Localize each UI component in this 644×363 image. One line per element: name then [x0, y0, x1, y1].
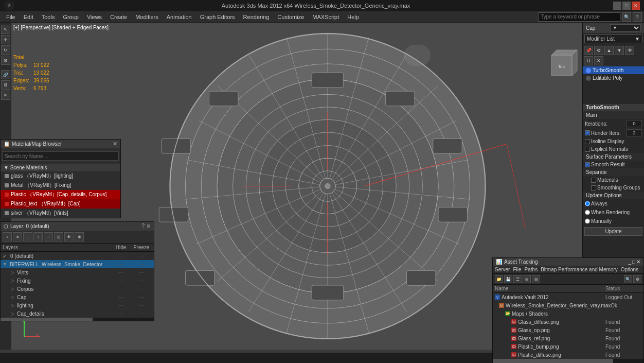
asset-maximize-btn[interactable]: □ [632, 259, 635, 265]
iterations-input[interactable] [627, 120, 642, 127]
asset-tool-2[interactable]: 💾 [504, 275, 512, 283]
select-tool[interactable]: ↖ [1, 25, 10, 34]
scene-materials-header[interactable]: ▼ Scene Materials [1, 164, 120, 171]
mod-remove-icon[interactable]: ✕ [594, 56, 603, 65]
mod-pin-icon[interactable]: 📌 [584, 46, 593, 55]
layer-select-btn[interactable]: ↑ [33, 232, 43, 241]
update-button[interactable]: Update [584, 227, 642, 236]
modifier-editable-poly[interactable]: Editable Poly [583, 74, 644, 82]
link-tool[interactable]: 🔗 [1, 70, 10, 79]
explicit-normals-checkbox[interactable] [585, 147, 590, 152]
when-rendering-radio[interactable] [585, 209, 590, 216]
asset-max-file[interactable]: M Wireless_Smoke_Detector_Generic_vray.m… [493, 301, 643, 309]
asset-tool-7[interactable]: ⚙ [633, 275, 641, 283]
asset-glass-ref[interactable]: 🖼 Glass_ref.png Found [493, 334, 643, 342]
asset-menu-bitmap[interactable]: Bitmap Performance and Memory [541, 266, 618, 273]
menu-rendering[interactable]: Rendering [239, 11, 274, 23]
asset-menu-paths[interactable]: Paths [525, 266, 538, 273]
menu-maxscript[interactable]: MAXScript [308, 11, 343, 23]
menu-animation[interactable]: Animation [163, 11, 196, 23]
menu-graph-editors[interactable]: Graph Editors [196, 11, 239, 23]
asset-menu-server[interactable]: Server [495, 266, 510, 273]
asset-menu-file[interactable]: File [513, 266, 521, 273]
always-radio[interactable] [585, 200, 590, 207]
layer-cap[interactable]: ▷ Cap --- --- [1, 293, 154, 301]
layer-show-all-btn[interactable]: 👁 [64, 232, 74, 241]
asset-menu-options[interactable]: Options [621, 266, 638, 273]
layer-fixing[interactable]: ▷ Fixing --- --- [1, 276, 154, 285]
materials-checkbox[interactable] [591, 178, 596, 183]
mod-show-icon[interactable]: 👁 [625, 46, 634, 55]
asset-maps[interactable]: 📂 Maps / Shaders [493, 309, 643, 318]
help-icon[interactable]: ? [633, 12, 642, 22]
menu-create[interactable]: Create [106, 11, 131, 23]
layer-corpus[interactable]: ▷ Corpus --- --- [1, 285, 154, 293]
mod-down-icon[interactable]: ▼ [615, 46, 624, 55]
asset-close-btn[interactable]: ✕ [636, 259, 640, 265]
asset-glass-op[interactable]: 🖼 Glass_op.png Found [493, 326, 643, 334]
manually-radio[interactable] [585, 218, 590, 224]
search-input[interactable] [538, 12, 620, 22]
layer-help-btn[interactable]: ? [141, 223, 145, 230]
menu-help[interactable]: Help [343, 11, 363, 23]
menu-group[interactable]: Group [59, 11, 83, 23]
menu-views[interactable]: Views [83, 11, 106, 23]
material-metal[interactable]: Metal （VRayMtl）[Fixing] [1, 181, 120, 190]
material-plastic-text[interactable]: Plastic_text （VRayMtl）[Cap] [1, 199, 120, 209]
modifier-dropdown[interactable]: ▼ [610, 24, 641, 31]
asset-tool-1[interactable]: 📁 [495, 275, 503, 283]
minimize-button[interactable]: _ [613, 2, 621, 10]
layer-add-sel-btn[interactable]: ↓ [23, 232, 32, 241]
layer-merge-btn[interactable]: ⊞ [54, 232, 63, 241]
menu-edit[interactable]: Edit [20, 11, 38, 23]
material-plastic[interactable]: Plastic （VRayMtl）[Cap_details, Corpus] [1, 190, 120, 199]
close-button[interactable]: ✕ [632, 2, 640, 10]
mod-config-icon[interactable]: ⚙ [594, 46, 603, 55]
isoline-checkbox[interactable] [585, 139, 590, 144]
asset-glass-diffuse[interactable]: 🖼 Glass_diffuse.png Found [493, 318, 643, 326]
asset-tool-5[interactable]: ⊟ [532, 275, 540, 283]
render-iters-input[interactable] [627, 129, 642, 136]
asset-vault[interactable]: V Autodesk Vault 2012 Logged Out [493, 293, 643, 301]
material-search-input[interactable] [2, 151, 119, 161]
layer-lighting[interactable]: ▷ lighting --- --- [1, 301, 154, 309]
layer-scrollbar-thumb[interactable] [1, 318, 93, 321]
asset-plastic-diffuse[interactable]: 🖼 Plastic_diffuse.png Found [493, 351, 643, 359]
smoothing-groups-checkbox[interactable] [591, 185, 596, 191]
search-button[interactable]: 🔍 [622, 12, 631, 22]
asset-tool-3[interactable]: ☰ [513, 275, 522, 283]
mod-unique-icon[interactable]: U [584, 56, 593, 65]
unlink-tool[interactable]: ⛓ [1, 80, 10, 90]
asset-tool-4[interactable]: ⊞ [523, 275, 531, 283]
menu-tools[interactable]: Tools [38, 11, 59, 23]
asset-scrollbar[interactable] [493, 359, 643, 363]
material-silver[interactable]: silver （VRayMtl）[Vints] [1, 209, 120, 218]
modifier-turbosmooth[interactable]: TurboSmooth [583, 66, 644, 74]
cube-navigator[interactable]: Top [544, 47, 580, 83]
material-glass[interactable]: glass （VRayMtl）[lighting] [1, 171, 120, 181]
layer-scrollbar[interactable] [1, 318, 154, 321]
smooth-result-checkbox[interactable]: ✓ [585, 162, 590, 167]
rotate-tool[interactable]: ↻ [1, 45, 10, 55]
layer-delete-btn[interactable]: ✕ [13, 232, 22, 241]
layer-default[interactable]: ✓ 0 (default) --- --- [1, 252, 154, 260]
asset-scrollbar-thumb[interactable] [493, 359, 613, 363]
asset-tool-6[interactable]: 🔍 [624, 275, 632, 283]
layer-close-btn[interactable]: ✕ [146, 223, 151, 230]
layer-freeze-all-btn[interactable]: ❄ [75, 232, 84, 241]
menu-file[interactable]: File [2, 11, 20, 23]
move-tool[interactable]: ✛ [1, 35, 10, 44]
layer-new-btn[interactable]: + [3, 232, 12, 241]
layer-vints[interactable]: ▷ Vints --- --- [1, 268, 154, 276]
modifier-list-dropdown[interactable]: Modifier List ▼ [584, 34, 642, 43]
maximize-button[interactable]: □ [622, 2, 631, 10]
asset-plastic-bump[interactable]: 🖼 Plastic_bump.png Found [493, 342, 643, 351]
layer-cap-details[interactable]: ▷ Cap_details --- --- [1, 309, 154, 318]
menu-customize[interactable]: Customize [273, 11, 308, 23]
layer-biterwell[interactable]: ▼ BITERWELL_Wireless_Smoke_Detector --- … [1, 260, 154, 268]
window-controls[interactable]: _ □ ✕ [613, 2, 640, 10]
bind-tool[interactable]: ≡ [1, 91, 10, 100]
material-browser-close[interactable]: ✕ [113, 141, 117, 147]
render-iters-checkbox[interactable]: ✓ [585, 130, 590, 135]
menu-modifiers[interactable]: Modifiers [131, 11, 163, 23]
